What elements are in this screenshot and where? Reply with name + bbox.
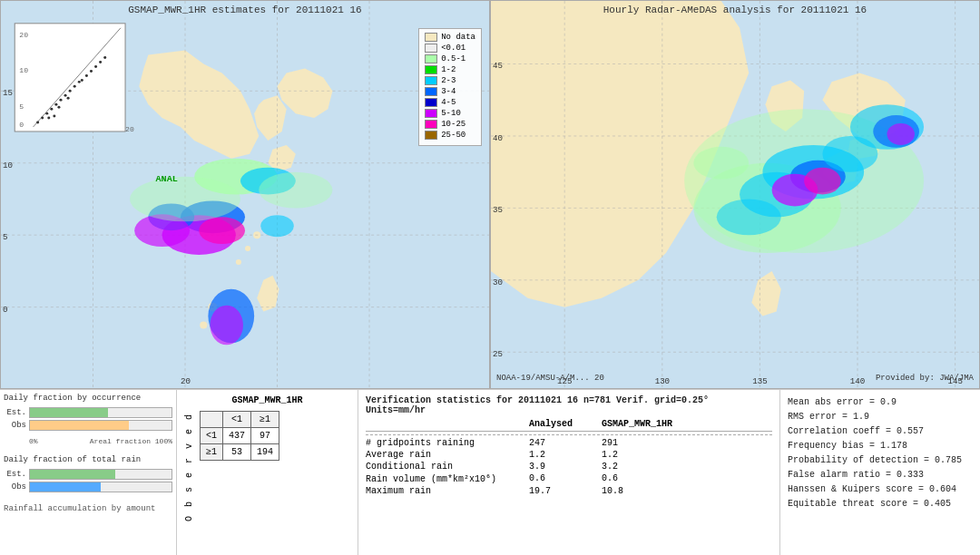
verification-label-condrain: Conditional rain [366, 462, 529, 472]
verification-row-maxrain: Maximum rain 19.7 10.8 [366, 486, 772, 496]
rain-obs-bar-outer [29, 482, 172, 492]
svg-point-44 [59, 99, 62, 102]
charts-panel: Daily fraction by occurrence Est. Obs 0% [0, 390, 177, 555]
svg-point-39 [36, 122, 39, 124]
left-map-title: GSMAP_MWR_1HR estimates for 20111021 16 [128, 5, 361, 15]
svg-point-45 [64, 94, 67, 97]
contingency-table-container: <1 ≥1 <1 437 97 ≥1 [200, 411, 279, 523]
verification-val1-rainvol: 0.6 [529, 473, 602, 484]
svg-point-49 [47, 117, 50, 120]
verification-val1-gridpoints: 247 [529, 438, 602, 448]
metric-far: False alarm ratio = 0.333 [788, 468, 973, 482]
svg-point-53 [81, 79, 83, 82]
verification-val2-avgrain: 1.2 [602, 450, 674, 460]
svg-point-94 [717, 199, 781, 235]
legend-swatch-nodata [425, 33, 437, 42]
svg-point-54 [85, 74, 88, 77]
contingency-cell-11: 437 [223, 428, 251, 444]
svg-point-57 [99, 61, 102, 63]
contingency-row-header-2: ≥1 [201, 444, 223, 461]
contingency-table: <1 ≥1 <1 437 97 ≥1 [200, 411, 279, 461]
occurrence-est-label: Est. [4, 408, 26, 417]
maps-row: GSMAP_MWR_1HR estimates for 20111021 16 … [0, 0, 980, 390]
obs-label-wrapper: O b s e r v e d [182, 411, 196, 523]
svg-point-89 [804, 168, 841, 195]
verification-val1-condrain: 3.9 [529, 462, 602, 472]
metric-rms: RMS error = 1.9 [788, 410, 973, 424]
legend-item-nodata: No data [425, 33, 475, 42]
verification-label-maxrain: Maximum rain [366, 486, 529, 496]
metrics-panel: Mean abs error = 0.9 RMS error = 1.9 Cor… [780, 390, 980, 555]
legend-swatch-25-50 [425, 131, 437, 140]
legend-item-3-4: 3-4 [425, 87, 475, 96]
legend-item-4-5: 4-5 [425, 98, 475, 107]
bottom-row: Daily fraction by occurrence Est. Obs 0% [0, 390, 980, 555]
contingency-col-header-2: ≥1 [251, 412, 279, 428]
occurrence-obs-bar-fill [30, 421, 129, 430]
legend-panel: No data <0.01 0.5-1 1-2 2-3 [418, 28, 482, 146]
legend-label-05-1: 0.5-1 [441, 54, 466, 63]
rain-chart-title: Daily fraction of total rain [4, 455, 172, 464]
verification-row-rainvol: Rain volume (mm*km²x10⁶) 0.6 0.6 [366, 473, 772, 484]
metric-freq-bias: Frequency bias = 1.178 [788, 439, 973, 453]
svg-point-46 [69, 90, 72, 92]
verification-gsmap-header: GSMAP_MWR_1HR [602, 419, 674, 429]
svg-point-31 [130, 177, 240, 222]
legend-swatch-05-1 [425, 54, 437, 63]
svg-point-92 [887, 123, 914, 145]
right-map-title: Hourly Radar-AMeDAS analysis for 2011102… [603, 5, 867, 15]
verification-val2-condrain: 3.2 [602, 462, 674, 472]
occurrence-obs-label: Obs [4, 421, 26, 430]
svg-point-9 [236, 259, 241, 265]
metric-mean-abs: Mean abs error = 0.9 [788, 395, 973, 410]
rain-obs-bar-row: Obs [4, 482, 172, 492]
legend-swatch-001 [425, 44, 437, 53]
verification-title: Verification statistics for 20111021 16 … [366, 395, 772, 415]
rain-est-label: Est. [4, 470, 26, 479]
svg-text:20: 20 [19, 31, 28, 39]
verification-val1-maxrain: 19.7 [529, 486, 602, 496]
svg-text:130: 130 [655, 376, 670, 386]
legend-label-1-2: 1-2 [441, 65, 456, 74]
svg-point-11 [200, 322, 207, 329]
svg-text:140: 140 [850, 376, 865, 386]
svg-text:10: 10 [19, 67, 28, 75]
rain-est-bar-row: Est. [4, 469, 172, 480]
legend-label-3-4: 3-4 [441, 87, 456, 96]
svg-text:5: 5 [3, 232, 7, 242]
svg-point-50 [53, 115, 55, 118]
legend-label-4-5: 4-5 [441, 98, 456, 107]
rain-est-bar-outer [29, 469, 172, 480]
right-map-svg: 45 40 35 30 25 125 130 135 140 145 [491, 1, 979, 388]
legend-item-001: <0.01 [425, 44, 475, 53]
svg-point-28 [260, 215, 294, 237]
svg-text:20: 20 [125, 125, 134, 133]
legend-item-25-50: 25-50 [425, 131, 475, 140]
contingency-row-header-1: <1 [201, 428, 223, 444]
legend-swatch-5-10 [425, 109, 437, 118]
left-map-noaa-label: NOAA-19/AMSU-A/M... 20 [496, 374, 604, 383]
right-map-provider-label: Provided by: JWA/JMA [876, 374, 974, 383]
contingency-col-header-1: <1 [223, 412, 251, 428]
svg-text:45: 45 [493, 62, 503, 72]
svg-point-56 [94, 65, 97, 68]
contingency-row-1: <1 437 97 [201, 428, 279, 444]
svg-text:ANAL: ANAL [156, 174, 178, 184]
metric-hk: Hanssen & Kuipers score = 0.604 [788, 482, 973, 497]
legend-label-001: <0.01 [441, 44, 466, 53]
contingency-empty-header [201, 412, 223, 428]
metric-ets: Equitable threat score = 0.405 [788, 497, 973, 511]
rain-bar-chart: Est. Obs [4, 469, 172, 492]
contingency-title: GSMAP_MWR_1HR [182, 395, 352, 405]
svg-point-52 [67, 97, 70, 100]
verification-panel: Verification statistics for 20111021 16 … [358, 390, 780, 555]
svg-point-51 [57, 106, 60, 109]
verification-row-gridpoints: # gridpoints raining 247 291 [366, 438, 772, 448]
contingency-panel: GSMAP_MWR_1HR O b s e r v e d <1 ≥1 [177, 390, 358, 555]
svg-point-42 [50, 108, 53, 111]
legend-label-2-3: 2-3 [441, 76, 456, 85]
legend-swatch-3-4 [425, 87, 437, 96]
verification-val2-gridpoints: 291 [602, 438, 674, 448]
occurrence-est-bar-outer [29, 407, 172, 418]
contingency-row-2: ≥1 53 194 [201, 444, 279, 461]
